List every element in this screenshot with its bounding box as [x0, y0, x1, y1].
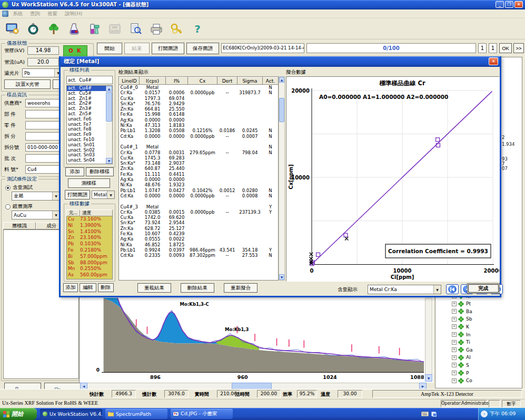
content-test-radio[interactable]: 含量測試 [5, 184, 33, 191]
layer-id-header[interactable]: 層標識 [3, 222, 36, 229]
calibration-point[interactable] [344, 233, 348, 237]
minimize-button[interactable]: _ [496, 1, 504, 8]
done-button[interactable]: 完成 [467, 283, 500, 294]
standard-list-item[interactable]: act. Zn3# [67, 106, 106, 112]
menu-item-2[interactable]: 視窗 [47, 11, 57, 17]
results-row[interactable]: Cu:Ka1797.369.074 [120, 96, 279, 101]
standard-data-row[interactable]: Ni1.3900% [67, 223, 112, 229]
stopwatch-icon[interactable] [24, 21, 43, 37]
results-row[interactable]: Zn:Ka664.8125.550 [120, 106, 279, 112]
open-spectrum-dialog-button[interactable]: 打開圖譜 [65, 190, 90, 199]
current-standard-input[interactable]: act. Cu4# [66, 76, 113, 84]
set-xray-tube-button[interactable]: 設置X光管 [4, 79, 51, 89]
results-row[interactable]: Ni:Ka47.3131.8183 [120, 123, 279, 128]
first-record-button[interactable] [446, 284, 459, 294]
scroll-down-icon[interactable]: ▼ [106, 158, 112, 164]
standard-data-row[interactable]: Pb0.1030% [67, 241, 112, 247]
xrf-ux300-icon[interactable]: XRFUx300 [106, 21, 125, 37]
taskbar-task-paint[interactable]: Cd.JPG - 小畫家 [171, 409, 233, 419]
results-row[interactable]: Ni:Ka46.8521.8725 [120, 242, 279, 247]
standard-data-row[interactable]: Cu73.160% [67, 216, 112, 223]
standard-data-row[interactable]: Bi57.000ppm [67, 254, 112, 260]
excluded-point[interactable] [345, 237, 348, 240]
refit-button[interactable]: 重新擬合 [224, 283, 257, 293]
menu-item-0[interactable]: 系統 [13, 11, 23, 17]
standard-list-item[interactable]: act. Zn2# [67, 101, 106, 106]
results-row[interactable]: Sn:Ka*73.9242.9544 [120, 220, 279, 225]
tree-item-P[interactable]: + P [452, 369, 469, 376]
results-row[interactable]: Cu4#_3MetalY [120, 204, 279, 209]
system-monitor-icon[interactable] [3, 21, 22, 37]
results-row[interactable]: Zn:Ka628.7225.127 [120, 226, 279, 231]
results-row[interactable]: Cu:Ka1745.369.283 [120, 155, 279, 161]
more-button[interactable]: >> [513, 43, 524, 53]
dialog-titlebar[interactable]: 標定 [Metal] ✕ [61, 56, 500, 67]
data-delete-button[interactable]: 刪除 [98, 283, 114, 292]
results-row[interactable]: Ag:Ka0.00000.0000 [120, 177, 279, 182]
tree-item-Al[interactable]: + Al [452, 354, 471, 361]
results-table-panel[interactable]: LineIDI(cps)I%CxDertSigmaAct. Cu4#_0Meta… [118, 76, 279, 281]
results-col-header[interactable]: I(cps) [140, 77, 166, 85]
start-menu-button[interactable]: 開始 [0, 408, 37, 420]
results-row[interactable]: Ag:Ka0.00000.0000 [120, 117, 279, 123]
results-col-header[interactable]: Dert [217, 77, 237, 85]
tree-icon[interactable] [44, 21, 63, 37]
tree-item-K[interactable]: + K [452, 323, 469, 330]
menu-item-3[interactable]: 說明(H) [65, 11, 83, 17]
standard-list-item[interactable]: unact. Fe9 [67, 132, 106, 137]
results-row[interactable] [120, 198, 279, 204]
expand-icon[interactable]: + [452, 309, 457, 314]
window-tray-icon[interactable] [431, 412, 437, 417]
standard-list-item[interactable]: unact. Sn03 [67, 153, 106, 158]
expand-icon[interactable]: + [452, 371, 457, 375]
standard-list-item[interactable]: unact. Fe6 [67, 117, 106, 122]
standard-add-button[interactable]: 添加 [65, 167, 84, 176]
chevron-left-icon[interactable]: ‹ [481, 411, 488, 417]
calibration-point[interactable] [436, 138, 440, 142]
listbox-scrollbar[interactable]: ▲ ▼ [106, 86, 112, 164]
expand-icon[interactable]: + [452, 324, 457, 329]
results-row[interactable]: Fe:Ka10.6070.4239 [120, 231, 279, 236]
close-button[interactable]: ✕ [514, 1, 523, 8]
results-row[interactable]: Cd:Ka0.00000.00000.0000ppb--0.0008N [120, 193, 279, 198]
standard-data-row[interactable]: Sb88.000ppm [67, 260, 112, 266]
tree-item-S[interactable]: + S [452, 362, 469, 368]
standard-list-item[interactable]: act. Cu5# [67, 91, 106, 96]
vscroll-thumb[interactable] [106, 92, 112, 122]
results-col-header[interactable]: LineID [120, 77, 140, 85]
results-row[interactable]: Zn:Ka640.8725.440 [120, 166, 279, 171]
taskbar-task-spectrumpath[interactable]: SpectrumPath [105, 409, 167, 419]
delete-results-button[interactable]: 刪除結果 [181, 283, 214, 293]
results-scrollbar[interactable]: ▲ ▼ [279, 76, 285, 281]
printer-icon[interactable] [147, 21, 166, 37]
fit-line-select[interactable]: Metal Cr:Ka ▼ [368, 285, 441, 294]
measure-beaker-icon[interactable] [85, 21, 104, 37]
calibration-point[interactable] [316, 253, 320, 256]
tree-item-Co[interactable]: + Co [452, 377, 472, 384]
standard-list-item[interactable]: unact. Fe10 [67, 137, 106, 143]
standard-data-row[interactable]: Sn1.4100% [67, 229, 112, 235]
results-row[interactable]: Fe:Ka11.1110.4411 [120, 172, 279, 177]
results-row[interactable]: Sn:Ka*76.5762.9429 [120, 101, 279, 106]
spectrum-vscrollbar[interactable] [425, 298, 432, 382]
results-col-header[interactable]: Cx [188, 77, 217, 85]
expand-icon[interactable]: + [452, 378, 457, 383]
results-row[interactable] [120, 139, 279, 144]
keyboard-icon[interactable] [421, 412, 429, 416]
results-row[interactable]: Cu4#_0MetalN [120, 85, 279, 91]
expand-icon[interactable]: + [452, 347, 457, 352]
spectrum-filename-input[interactable]: EC680K[CrOnly](2009-03-21 14-14-43 [221, 43, 304, 53]
data-add-button[interactable]: 添加 [63, 283, 78, 292]
scroll-down-icon[interactable]: ▼ [425, 374, 432, 382]
standard-list-item[interactable]: unact. Fe8 [67, 127, 106, 132]
results-col-header[interactable]: Act. [263, 77, 279, 85]
start-button[interactable]: 開始 [97, 43, 122, 54]
standard-mode-select[interactable]: Metal ▼ [92, 191, 115, 199]
scroll-up-icon[interactable]: ▲ [106, 86, 112, 92]
results-row[interactable]: Ag:Ka0.05550.0022 [120, 236, 279, 242]
standard-remove-button[interactable]: 刪除標樣 [86, 167, 114, 176]
menu-item-1[interactable]: 查詢 [30, 11, 40, 17]
scroll-up-icon[interactable]: ▲ [279, 77, 284, 83]
results-row[interactable]: Cd:Ka0.23350.009387.302ppm--27.553N [120, 253, 279, 258]
tree-item-Ga[interactable]: + Ga [452, 346, 473, 353]
